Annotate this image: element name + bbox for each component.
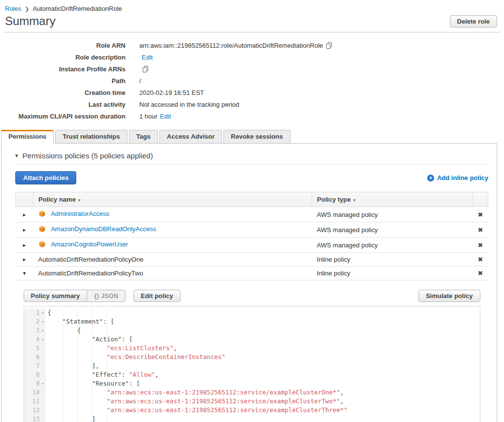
role-summary-fields: Role ARN arn:aws:iam::219852565112:role/… [5,39,497,122]
summary-field-row: Last activity Not accessed in the tracki… [5,98,497,110]
field-label: Creation time [5,89,126,96]
delete-role-button[interactable]: Delete role [450,15,497,28]
code-content: { [46,308,480,317]
row-expand-toggle[interactable]: ▾ [16,267,33,280]
line-number: 3 [24,326,40,335]
remove-policy-icon[interactable]: ✖ [478,226,483,234]
policy-name-link[interactable]: AutomaticDriftRemediationPolicyTwo [38,270,143,277]
code-line: 13 ] [24,415,480,422]
row-expand-toggle[interactable]: ▸ [16,238,33,253]
permissions-policies-section-header[interactable]: ▾ Permissions policies (5 policies appli… [15,151,488,160]
add-inline-policy-link[interactable]: + Add inline policy [427,174,488,181]
line-number: 12 [24,406,40,415]
line-number-gutter: 8 [24,370,46,379]
policy-table-row: ▸ AmazonDynamoDBReadOnlyAccess AWS manag… [16,222,488,238]
tab-label: Revoke sessions [231,133,283,140]
managed-policy-cube-icon [38,241,46,249]
tab-access-advisor[interactable]: Access Advisor [159,130,222,144]
managed-policy-cube-icon [38,225,46,234]
copy-to-clipboard-icon[interactable] [142,65,149,73]
fold-caret-icon[interactable] [40,388,46,397]
code-content: "arn:aws:ecs:us-east-1:219852565112:serv… [46,397,480,406]
expand-caret-icon: ▸ [23,211,26,217]
json-policy-editor[interactable]: 1▾ { 2▾ "Statement": [ 3▾ { 4▾ "Action":… [24,306,480,422]
code-content: ], [46,362,480,370]
section-divider [15,164,488,165]
add-inline-policy-label: Add inline policy [437,174,488,181]
summary-field-row: Maximum CLI/API session duration 1 hour … [5,110,497,122]
fold-caret-icon[interactable] [40,370,46,379]
policy-name-link[interactable]: AmazonCognitoPowerUser [51,241,128,248]
tab-revoke-sessions[interactable]: Revoke sessions [223,130,290,144]
tab-tags[interactable]: Tags [129,130,158,144]
line-number: 2 [24,317,40,326]
field-edit-link[interactable]: Edit [142,54,153,61]
line-number: 13 [24,415,40,422]
line-number: 8 [24,370,40,379]
iam-role-summary-page: Roles❯AutomaticDriftRemediationRole Summ… [0,0,504,422]
breadcrumb-current: AutomaticDriftRemediationRole [32,5,122,12]
permissions-panel: ▾ Permissions policies (5 policies appli… [1,143,497,422]
field-edit-link[interactable]: Edit [160,113,171,120]
code-line: 9▾ "Resource": [ [24,379,480,388]
fold-caret-icon[interactable]: ▾ [40,308,46,317]
line-number: 7 [24,362,40,370]
policies-table: Policy name▾ Policy type▾ ▸ Administrato… [15,192,488,422]
fold-caret-icon[interactable]: ▾ [40,326,46,335]
fold-caret-icon[interactable]: ▾ [40,317,46,326]
field-label: Path [5,77,126,85]
attach-policies-button[interactable]: Attach policies [15,171,76,184]
summary-field-row: Role ARN arn:aws:iam::219852565112:role/… [5,39,497,51]
policy-type-cell: Inline policy [312,267,473,280]
policy-name-column-header[interactable]: Policy name▾ [33,192,312,207]
row-expand-toggle[interactable]: ▸ [16,253,33,267]
edit-policy-button[interactable]: Edit policy [133,290,181,302]
summary-field-row: Creation time 2020-02-19 16:51 EST [5,87,497,98]
tab-trust-relationships[interactable]: Trust relationships [55,130,127,144]
policy-table-row: ▸ AdministratorAccess AWS managed policy… [16,207,488,222]
breadcrumb-roles-link[interactable]: Roles [5,5,21,12]
json-view-button[interactable]: {} JSON [87,290,126,302]
fold-caret-icon[interactable] [40,415,46,422]
copy-to-clipboard-icon[interactable] [325,42,333,49]
policy-name-link[interactable]: AdministratorAccess [51,210,109,217]
code-line: 1▾ { [24,308,480,317]
fold-caret-icon[interactable] [40,397,46,406]
line-number: 11 [24,397,40,406]
policy-name-link[interactable]: AmazonDynamoDBReadOnlyAccess [51,225,156,233]
row-expand-toggle[interactable]: ▸ [16,222,33,238]
row-expand-toggle[interactable]: ▸ [16,207,33,222]
fold-caret-icon[interactable] [40,344,46,353]
line-number-gutter: 4▾ [24,335,46,344]
expand-column-header [16,192,33,207]
remove-policy-icon[interactable]: ✖ [478,211,483,218]
breadcrumb-separator: ❯ [25,6,29,12]
field-value: 2020-02-19 16:51 EST [139,89,204,96]
code-content: "Resource": [ [46,379,480,388]
remove-policy-icon[interactable]: ✖ [478,270,483,277]
code-line: 6 "ecs:DescribeContainerInstances" [24,353,480,362]
remove-policy-icon[interactable]: ✖ [478,241,483,249]
code-line: 7 ], [24,362,480,370]
policy-type-column-header[interactable]: Policy type▾ [312,192,473,207]
code-content: "arn:aws:ecs:us-east-1:219852565112:serv… [46,406,480,415]
section-title: Permissions policies (5 policies applied… [23,151,153,160]
simulate-policy-button[interactable]: Simulate policy [418,290,480,302]
fold-caret-icon[interactable]: ▾ [40,335,46,344]
code-content: "ecs:ListClusters", [46,344,480,353]
tab-label: Tags [136,133,151,140]
fold-caret-icon[interactable] [40,406,46,415]
fold-caret-icon[interactable] [40,362,46,370]
policy-name-link[interactable]: AutomaticDriftRemediationPolicyOne [38,256,144,263]
policy-summary-button[interactable]: Policy summary [24,290,88,302]
remove-policy-icon[interactable]: ✖ [478,256,483,263]
tab-permissions[interactable]: Permissions [1,130,54,144]
code-content: "arn:aws:ecs:us-east-1:219852565112:serv… [46,388,480,397]
line-number-gutter: 7 [24,362,46,370]
fold-caret-icon[interactable] [40,353,46,362]
code-line: 3▾ { [24,326,480,335]
line-number-gutter: 12 [24,406,46,415]
fold-caret-icon[interactable]: ▾ [40,379,46,388]
code-line: 11 "arn:aws:ecs:us-east-1:219852565112:s… [24,397,480,406]
code-line: 8 "Effect": "Allow", [24,370,480,379]
